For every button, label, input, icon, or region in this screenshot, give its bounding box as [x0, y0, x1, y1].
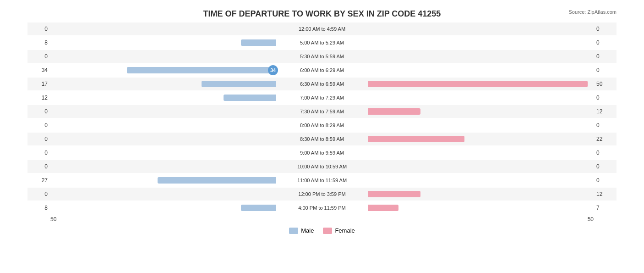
female-bar-wrap [368, 52, 594, 61]
chart-row: 05:30 AM to 5:59 AM0 [27, 50, 617, 63]
male-bubble: 34 [268, 65, 278, 75]
female-bar [368, 108, 420, 115]
time-label: 12:00 PM to 3:59 PM [276, 191, 368, 197]
female-bar-wrap [368, 94, 594, 102]
male-value: 0 [27, 53, 50, 60]
male-value: 8 [27, 205, 50, 211]
time-label: 4:00 PM to 11:59 PM [276, 205, 368, 211]
female-value: 7 [594, 205, 617, 211]
female-value: 0 [594, 53, 617, 60]
male-value: 12 [27, 95, 50, 101]
time-label: 12:00 AM to 4:59 AM [276, 26, 368, 32]
male-bar: 34 [127, 67, 276, 73]
male-value: 27 [27, 177, 50, 184]
female-bar-wrap [368, 80, 594, 88]
axis-left: 50 [50, 216, 56, 223]
male-bar [158, 177, 276, 184]
time-label: 7:00 AM to 7:29 AM [276, 95, 368, 100]
chart-row: 012:00 AM to 4:59 AM0 [27, 22, 617, 35]
male-swatch [289, 228, 298, 234]
male-bar [224, 95, 276, 101]
chart-row: 08:00 AM to 8:29 AM0 [27, 119, 617, 132]
female-value: 0 [594, 39, 617, 46]
female-bar-wrap [368, 107, 594, 116]
female-bar-wrap [368, 176, 594, 184]
chart-row: 34346:00 AM to 6:29 AM0 [27, 64, 617, 77]
male-bar [241, 39, 276, 46]
female-swatch [323, 228, 332, 234]
female-bar-wrap [368, 135, 594, 143]
male-bar-wrap [50, 80, 276, 88]
male-value: 0 [27, 136, 50, 142]
male-value: 34 [27, 67, 50, 73]
female-value: 12 [594, 191, 617, 197]
female-value: 0 [594, 67, 617, 73]
chart-row: 010:00 AM to 10:59 AM0 [27, 160, 617, 173]
male-value: 0 [27, 108, 50, 115]
time-label: 11:00 AM to 11:59 AM [276, 178, 368, 183]
male-bar-wrap [50, 52, 276, 61]
male-value: 0 [27, 191, 50, 197]
male-bar [202, 81, 276, 87]
female-bar-wrap [368, 121, 594, 129]
male-value: 0 [27, 26, 50, 32]
female-bar [368, 191, 420, 197]
source-label: Source: ZipAtlas.com [568, 9, 617, 15]
male-bar [241, 205, 276, 211]
chart-row: 2711:00 AM to 11:59 AM0 [27, 174, 617, 187]
male-value: 0 [27, 122, 50, 128]
time-label: 7:30 AM to 7:59 AM [276, 109, 368, 114]
female-value: 50 [594, 81, 617, 87]
time-label: 8:30 AM to 8:59 AM [276, 136, 368, 142]
legend-female: Female [323, 227, 355, 234]
chart-row: 012:00 PM to 3:59 PM12 [27, 188, 617, 201]
male-bar-wrap [50, 149, 276, 157]
legend: Male Female [27, 227, 617, 234]
male-value: 0 [27, 150, 50, 156]
male-bar-wrap [50, 204, 276, 212]
female-bar-wrap [368, 39, 594, 47]
time-label: 10:00 AM to 10:59 AM [276, 164, 368, 169]
chart-row: 09:00 AM to 9:59 AM0 [27, 146, 617, 159]
female-value: 0 [594, 122, 617, 128]
chart-title: TIME OF DEPARTURE TO WORK BY SEX IN ZIP … [27, 9, 617, 19]
chart-row: 07:30 AM to 7:59 AM12 [27, 105, 617, 118]
male-bar-wrap [50, 176, 276, 184]
rows-area: 012:00 AM to 4:59 AM085:00 AM to 5:29 AM… [27, 22, 617, 214]
female-value: 0 [594, 163, 617, 170]
male-bar-wrap [50, 107, 276, 116]
time-label: 6:30 AM to 6:59 AM [276, 81, 368, 87]
male-bar-wrap [50, 135, 276, 143]
time-label: 9:00 AM to 9:59 AM [276, 150, 368, 156]
female-bar [368, 81, 588, 87]
female-bar-wrap [368, 162, 594, 171]
female-value: 12 [594, 108, 617, 115]
female-value: 0 [594, 177, 617, 184]
male-bar-wrap [50, 39, 276, 47]
chart-row: 08:30 AM to 8:59 AM22 [27, 133, 617, 145]
chart-container: TIME OF DEPARTURE TO WORK BY SEX IN ZIP … [0, 0, 644, 273]
male-bar-wrap [50, 25, 276, 33]
female-bar-wrap [368, 204, 594, 212]
female-value: 0 [594, 150, 617, 156]
male-value: 8 [27, 39, 50, 46]
female-bar [368, 205, 398, 211]
female-bar-wrap [368, 149, 594, 157]
female-bar [368, 136, 464, 142]
time-label: 5:00 AM to 5:29 AM [276, 40, 368, 45]
female-value: 0 [594, 95, 617, 101]
time-label: 8:00 AM to 8:29 AM [276, 123, 368, 128]
male-bar-wrap [50, 162, 276, 171]
chart-row: 84:00 PM to 11:59 PM7 [27, 201, 617, 214]
chart-row: 127:00 AM to 7:29 AM0 [27, 91, 617, 104]
male-bar-wrap [50, 94, 276, 102]
male-value: 0 [27, 163, 50, 170]
male-bar-wrap: 34 [50, 66, 276, 74]
legend-male: Male [289, 227, 314, 234]
female-value: 0 [594, 26, 617, 32]
female-bar-wrap [368, 66, 594, 74]
male-bar-wrap [50, 121, 276, 129]
chart-row: 85:00 AM to 5:29 AM0 [27, 36, 617, 49]
time-label: 5:30 AM to 5:59 AM [276, 54, 368, 59]
female-value: 22 [594, 136, 617, 142]
